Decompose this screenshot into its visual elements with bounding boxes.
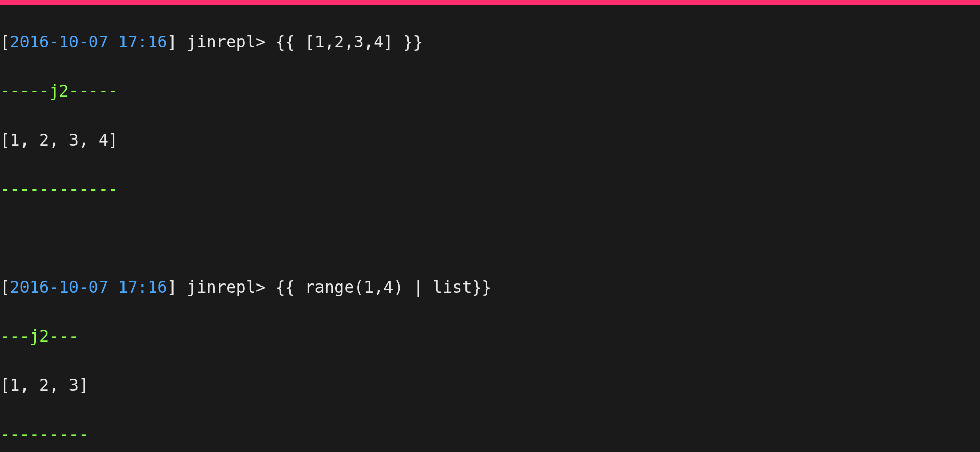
repl-prompt-line: [2016-10-07 17:16] jinrepl> {{ [1,2,3,4]… [0,30,980,54]
output-value: [1, 2, 3, 4] [0,128,980,152]
repl-input: {{ [1,2,3,4] }} [275,32,423,52]
bracket-open: [ [0,32,10,52]
output-header: -----j2----- [0,79,980,103]
bracket-close: ] [167,277,177,297]
repl-input: {{ range(1,4) | list}} [275,277,492,297]
repl-prompt-line: [2016-10-07 17:16] jinrepl> {{ range(1,4… [0,275,980,299]
output-footer: --------- [0,422,980,446]
blank-line [0,226,980,250]
bracket-open: [ [0,277,10,297]
terminal-area[interactable]: [2016-10-07 17:16] jinrepl> {{ [1,2,3,4]… [0,5,980,452]
timestamp: 2016-10-07 17:16 [10,32,167,52]
output-value: [1, 2, 3] [0,373,980,397]
output-footer: ------------ [0,177,980,201]
bracket-close: ] [167,32,177,52]
prompt-label: jinrepl> [187,277,265,297]
prompt-label: jinrepl> [187,32,265,52]
output-header: ---j2--- [0,324,980,348]
timestamp: 2016-10-07 17:16 [10,277,167,297]
window-titlebar [0,0,980,5]
